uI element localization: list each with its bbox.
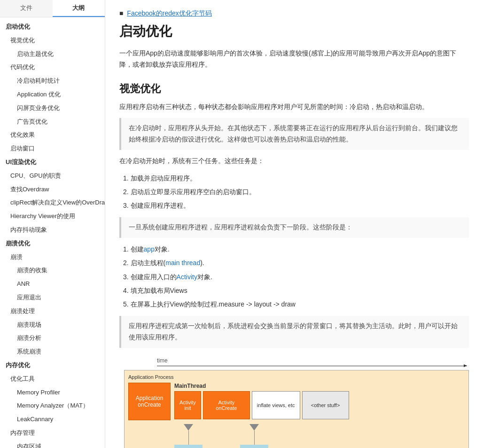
sidebar-nav-item[interactable]: 闪屏页业务优化: [0, 102, 105, 115]
diagram-main: Application Process Application onCreate…: [124, 370, 469, 448]
phase-item: 2. 启动主线程(main thread).: [119, 257, 469, 269]
sidebar-nav-item[interactable]: Memory Profiler: [0, 386, 105, 400]
sidebar-nav-item[interactable]: 崩溃优化: [0, 237, 105, 251]
phase-item: 4. 填充加载布局Views: [119, 285, 469, 297]
sidebar-nav-item[interactable]: 内存抖动现象: [0, 223, 105, 237]
tab-outline[interactable]: 大纲: [53, 0, 105, 17]
sidebar-nav-item[interactable]: 启动主题优化: [0, 47, 105, 61]
sidebar-nav-item[interactable]: 代码优化: [0, 61, 105, 74]
sidebar-nav-item[interactable]: 崩溃处理: [0, 305, 105, 318]
sidebar-nav-item[interactable]: 崩溃: [0, 251, 105, 264]
sidebar-nav-item[interactable]: 视觉优化: [0, 34, 105, 47]
main-content: ■ Facebook的redex优化字节码 启动优化 一个应用App的启动速度能…: [105, 0, 483, 448]
task-item: 1. 加载并启动应用程序。: [119, 173, 469, 184]
blockquote2: 一旦系统创建应用程序进程，应用程序进程就会负责下一阶段。这些阶段是：: [119, 217, 469, 238]
activity-init-box: Activity init: [174, 391, 201, 419]
tasks-list: 1. 加载并启动应用程序。2. 启动后立即显示应用程序空白的启动窗口。3. 创建…: [119, 173, 469, 212]
main-thread-label: MainThread: [174, 383, 465, 389]
sidebar-nav-item[interactable]: 启动窗口: [0, 142, 105, 156]
sidebar-nav: 启动优化视觉优化启动主题优化代码优化冷启动耗时统计Application 优化闪…: [0, 17, 105, 448]
sidebar-nav-item[interactable]: 崩溃现场: [0, 318, 105, 332]
sidebar-nav-item[interactable]: 优化工具: [0, 372, 105, 386]
box1-line1: Activity: [179, 400, 196, 405]
sidebar-nav-item[interactable]: Application 优化: [0, 88, 105, 102]
activity-oncreate-box: Activity onCreate: [203, 391, 250, 419]
tab-file[interactable]: 文件: [0, 0, 53, 17]
sidebar-nav-item[interactable]: ANR: [0, 277, 105, 291]
blockquote3: 应用程序进程完成第一次绘制后，系统进程会交换当前显示的背景窗口，将其替换为主活动…: [119, 316, 469, 348]
box1-line2: init: [184, 405, 191, 411]
blockquote1: 在冷启动时，应用程序从头开始。在其他状态下，系统需要将正在运行的应用程序从后台运…: [119, 118, 469, 150]
sidebar-nav-item[interactable]: 冷启动耗时统计: [0, 74, 105, 88]
sidebar-nav-item[interactable]: 内存管理: [0, 426, 105, 440]
sidebar-nav-item[interactable]: 查找Overdraw: [0, 183, 105, 196]
sidebar-nav-item[interactable]: UI渲染优化: [0, 156, 105, 169]
sidebar: 文件 大纲 启动优化视觉优化启动主题优化代码优化冷启动耗时统计Applicati…: [0, 0, 105, 448]
app-box-line1: Application: [136, 395, 164, 401]
diagram: time Application Process Application onC…: [119, 357, 469, 448]
redex-link[interactable]: Facebook的redex优化字节码: [127, 9, 212, 17]
phase-item: 5. 在屏幕上执行View的绘制过程.measure -> layout -> …: [119, 299, 469, 310]
phase-item: 3. 创建应用入口的Activity对象.: [119, 271, 469, 283]
sidebar-nav-item[interactable]: 系统崩溃: [0, 345, 105, 359]
section1-paragraph: 应用程序启动有三种状态，每种状态都会影响应用程序对用户可见所需的时间：冷启动，热…: [119, 102, 469, 113]
intro-paragraph: 一个应用App的启动速度能够影响用户的首次体验，启动速度较慢(感官上)的应用可能…: [119, 48, 469, 71]
task-item: 3. 创建应用程序进程。: [119, 200, 469, 212]
app-box-line2: onCreate: [138, 401, 161, 408]
sidebar-nav-item[interactable]: 应用退出: [0, 291, 105, 305]
sidebar-nav-item[interactable]: 内存区域: [0, 440, 105, 448]
phases-list: 1. 创建app对象.2. 启动主线程(main thread).3. 创建应用…: [119, 244, 469, 310]
sidebar-nav-item[interactable]: 启动优化: [0, 20, 105, 34]
box3-label: inflate views, etc: [257, 402, 295, 408]
diagram-time-label: time: [119, 357, 469, 364]
sidebar-nav-item[interactable]: 内存优化: [0, 359, 105, 372]
section1-title: 视觉优化: [119, 82, 469, 96]
sidebar-nav-item[interactable]: 优化效果: [0, 128, 105, 142]
sidebar-nav-item[interactable]: 崩溃的收集: [0, 264, 105, 277]
main-thread-section: MainThread Activity init Activity onCrea…: [174, 383, 465, 420]
sidebar-nav-item[interactable]: Memory Analyzer（MAT）: [0, 399, 105, 413]
process-label: Application Process: [128, 374, 465, 380]
task-item: 2. 启动后立即显示应用程序空白的启动窗口。: [119, 186, 469, 198]
phase-item: 1. 创建app对象.: [119, 244, 469, 255]
app-box: Application onCreate: [128, 383, 171, 420]
inflate-views-box: inflate views, etc: [252, 391, 300, 419]
sidebar-nav-item[interactable]: CPU、GPU的职责: [0, 169, 105, 183]
sidebar-nav-item[interactable]: 广告页优化: [0, 115, 105, 129]
sidebar-tabs: 文件 大纲: [0, 0, 105, 17]
box4-label: <other stuff>: [311, 402, 340, 408]
box2-line1: Activity: [218, 400, 234, 405]
sidebar-nav-item[interactable]: LeakCannary: [0, 413, 105, 426]
page-title: 启动优化: [119, 23, 469, 40]
other-stuff-box: <other stuff>: [302, 391, 349, 419]
box2-line2: onCreate: [216, 405, 237, 411]
sidebar-nav-item[interactable]: clipRect解决自定义View的OverDraw: [0, 196, 105, 210]
sidebar-nav-item[interactable]: Hierarchy Viewer的使用: [0, 210, 105, 223]
task-intro: 在冷启动开始时，系统有三个任务。这些任务是：: [119, 156, 469, 167]
sidebar-nav-item[interactable]: 崩溃分析: [0, 331, 105, 345]
time-arrow: [157, 366, 467, 366]
